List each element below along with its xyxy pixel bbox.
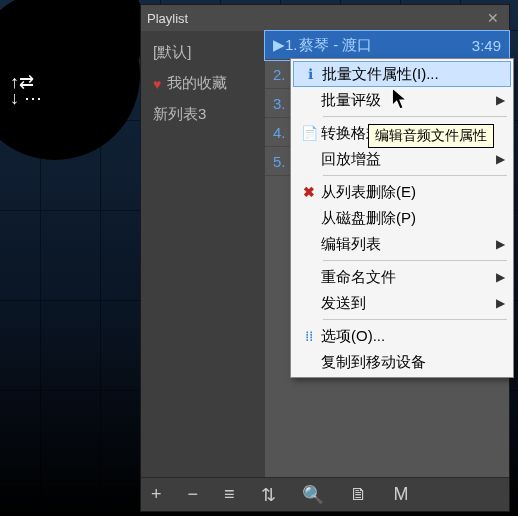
menu-label: 编辑列表 — [321, 235, 496, 254]
menu-item-replaygain[interactable]: 回放增益 ▶ — [293, 146, 511, 172]
heart-icon: ♥ — [153, 76, 161, 92]
player-controls: ↑⇄ ↓ ⋯ — [10, 75, 42, 105]
chevron-right-icon: ▶ — [496, 270, 505, 284]
menu-label: 发送到 — [321, 294, 496, 313]
sidebar-item-list3[interactable]: 新列表3 — [145, 99, 261, 130]
menu-label: 从列表删除(E) — [321, 183, 505, 202]
menu-label: 复制到移动设备 — [321, 353, 505, 372]
file-icon[interactable]: 🗎 — [350, 484, 368, 505]
menu-separator — [323, 116, 507, 117]
menu-item-edit-list[interactable]: 编辑列表 ▶ — [293, 231, 511, 257]
window-title: Playlist — [147, 11, 188, 26]
info-icon: ℹ — [298, 66, 322, 82]
chevron-right-icon: ▶ — [496, 296, 505, 310]
convert-icon: 📄 — [297, 125, 321, 141]
menu-item-sendto[interactable]: 发送到 ▶ — [293, 290, 511, 316]
menu-item-copy-device[interactable]: 复制到移动设备 — [293, 349, 511, 375]
menu-item-rename[interactable]: 重命名文件 ▶ — [293, 264, 511, 290]
sidebar-item-label: 新列表3 — [153, 105, 206, 124]
sort-icon[interactable]: ⇅ — [261, 484, 276, 506]
chevron-right-icon: ▶ — [496, 152, 505, 166]
list-icon[interactable]: ≡ — [224, 484, 235, 505]
search-icon[interactable]: 🔍 — [302, 484, 324, 506]
track-row[interactable]: ▶1. 蔡琴 - 渡口 3:49 — [265, 31, 509, 60]
chevron-right-icon: ▶ — [496, 93, 505, 107]
add-icon[interactable]: + — [151, 484, 162, 505]
menu-label: 批量文件属性(I)... — [322, 65, 504, 84]
toolbar: + − ≡ ⇅ 🔍 🗎 M — [141, 477, 509, 511]
menu-separator — [323, 319, 507, 320]
arrow-up-icon[interactable]: ↑⇄ — [10, 75, 42, 89]
sidebar-item-label: [默认] — [153, 43, 191, 62]
tooltip: 编辑音频文件属性 — [368, 124, 494, 148]
menu-separator — [323, 175, 507, 176]
sidebar-item-favorites[interactable]: ♥ 我的收藏 — [145, 68, 261, 99]
menu-item-batch-properties[interactable]: ℹ 批量文件属性(I)... — [293, 61, 511, 87]
remove-icon[interactable]: − — [188, 484, 199, 505]
sidebar: [默认] ♥ 我的收藏 新列表3 — [141, 31, 265, 477]
menu-separator — [323, 260, 507, 261]
close-icon[interactable]: ✕ — [483, 10, 503, 26]
menu-label: 回放增益 — [321, 150, 496, 169]
mode-icon[interactable]: M — [394, 484, 409, 505]
titlebar[interactable]: Playlist ✕ — [141, 5, 509, 31]
chevron-right-icon: ▶ — [496, 237, 505, 251]
menu-item-remove-disk[interactable]: 从磁盘删除(P) — [293, 205, 511, 231]
sidebar-item-default[interactable]: [默认] — [145, 37, 261, 68]
menu-label: 从磁盘删除(P) — [321, 209, 505, 228]
menu-label: 重命名文件 — [321, 268, 496, 287]
arrow-down-icon[interactable]: ↓ ⋯ — [10, 91, 42, 105]
menu-label: 选项(O)... — [321, 327, 505, 346]
menu-item-options[interactable]: ⁞⁞ 选项(O)... — [293, 323, 511, 349]
options-icon: ⁞⁞ — [297, 328, 321, 344]
track-name: 蔡琴 - 渡口 — [299, 36, 472, 55]
cursor-icon — [390, 86, 412, 112]
menu-item-remove-list[interactable]: ✖ 从列表删除(E) — [293, 179, 511, 205]
sidebar-item-label: 我的收藏 — [167, 74, 227, 93]
delete-icon: ✖ — [297, 184, 321, 200]
track-index: ▶1. — [273, 36, 299, 54]
track-duration: 3:49 — [472, 37, 501, 54]
